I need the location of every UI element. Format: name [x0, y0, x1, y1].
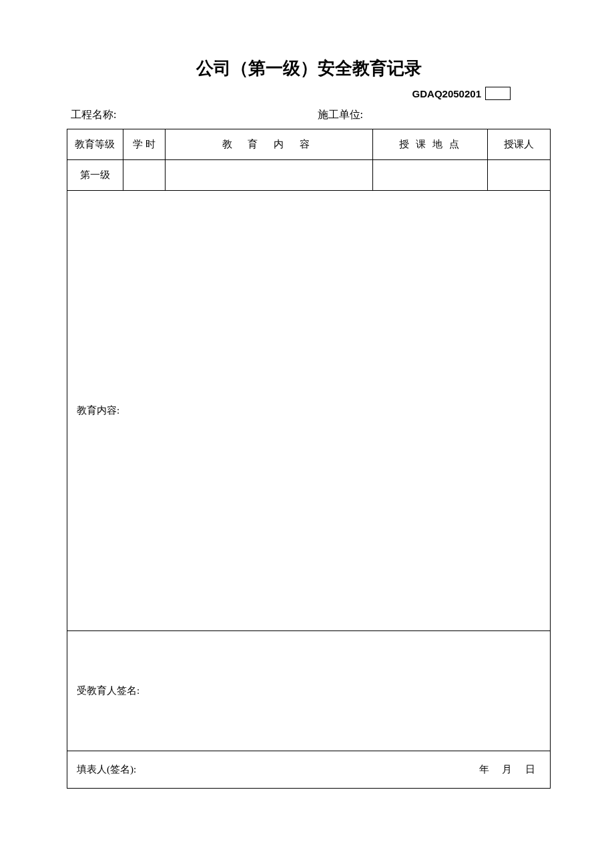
education-content-area[interactable]: 教育内容:: [67, 191, 551, 631]
date-area: 年 月 日: [474, 763, 541, 776]
signature-row: 受教育人签名:: [67, 631, 551, 751]
footer-row: 填表人(签名): 年 月 日: [67, 751, 551, 789]
cell-content[interactable]: [166, 160, 373, 191]
project-name-label: 工程名称:: [71, 108, 304, 122]
trainee-signature-label: 受教育人签名:: [77, 685, 139, 696]
header-location: 授 课 地 点: [373, 129, 488, 160]
table-header-row: 教育等级 学 时 教 育 内 容 授 课 地 点 授课人: [67, 129, 551, 160]
page-title: 公司（第一级）安全教育记录: [67, 57, 551, 80]
filler-signature-label: 填表人(签名):: [77, 763, 136, 776]
month-label: 月: [502, 764, 512, 775]
cell-location[interactable]: [373, 160, 488, 191]
education-content-label: 教育内容:: [77, 405, 119, 416]
trainee-signature-area[interactable]: 受教育人签名:: [67, 631, 551, 751]
doc-code-input-box[interactable]: [485, 87, 511, 100]
year-label: 年: [479, 764, 489, 775]
table-data-row: 第一级: [67, 160, 551, 191]
construction-unit-label: 施工单位:: [304, 108, 551, 122]
day-label: 日: [525, 764, 535, 775]
header-education-level: 教育等级: [67, 129, 123, 160]
cell-hours[interactable]: [123, 160, 165, 191]
content-row: 教育内容:: [67, 191, 551, 631]
header-hours: 学 时: [123, 129, 165, 160]
doc-code: GDAQ2050201: [412, 88, 481, 99]
footer-cell: 填表人(签名): 年 月 日: [67, 751, 551, 789]
header-teacher: 授课人: [487, 129, 550, 160]
header-content: 教 育 内 容: [166, 129, 373, 160]
info-row: 工程名称: 施工单位:: [67, 108, 551, 122]
cell-level: 第一级: [67, 160, 123, 191]
form-table: 教育等级 学 时 教 育 内 容 授 课 地 点 授课人 第一级 教育内容: 受…: [67, 129, 551, 789]
doc-code-row: GDAQ2050201: [67, 87, 551, 100]
page: 公司（第一级）安全教育记录 GDAQ2050201 工程名称: 施工单位: 教育…: [0, 0, 614, 829]
cell-teacher[interactable]: [487, 160, 550, 191]
